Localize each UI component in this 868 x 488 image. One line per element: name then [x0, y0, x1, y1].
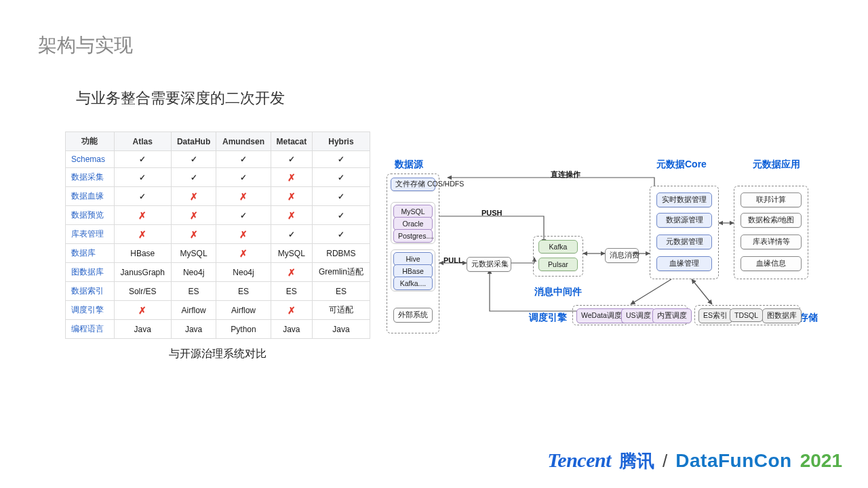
- value-cell: Gremlin适配: [312, 263, 370, 282]
- anno-pull: PULL: [443, 256, 463, 264]
- value-cell: ✓: [172, 168, 216, 187]
- check-icon: ✓: [288, 155, 295, 164]
- feature-cell: 图数据库: [66, 263, 115, 282]
- node-es: ES索引: [698, 308, 732, 323]
- node-search: 数据检索/地图: [741, 213, 802, 228]
- value-cell: ✗: [172, 206, 216, 225]
- col-header: 功能: [66, 132, 115, 151]
- check-icon: ✓: [338, 155, 344, 164]
- value-cell: ES: [172, 282, 216, 301]
- feature-cell: 数据索引: [66, 282, 115, 301]
- table-row: 库表管理✗✗✗✓✓: [66, 225, 370, 244]
- check-icon: ✓: [139, 155, 146, 164]
- value-cell: ✗: [271, 187, 312, 206]
- check-icon: ✓: [338, 173, 344, 182]
- node-pulsar: Pulsar: [538, 258, 578, 271]
- feature-cell: 库表管理: [66, 225, 115, 244]
- node-oracle: Oracle: [393, 217, 433, 230]
- feature-cell: 数据采集: [66, 168, 115, 187]
- architecture-diagram-panel: 数据源 元数据Core 元数据应用 消息中间件 调度引擎 数据存储 直连操作 P…: [387, 131, 834, 361]
- table-row: 编程语言JavaJavaPythonJavaJava: [66, 320, 370, 339]
- table-row: 数据采集✓✓✓✗✓: [66, 168, 370, 187]
- value-cell: ES: [216, 282, 271, 301]
- table-caption: 与开源治理系统对比: [65, 347, 370, 361]
- value-cell: ✗: [172, 187, 216, 206]
- content: 功能AtlasDataHubAmundsenMetacatHybris Sche…: [65, 131, 841, 361]
- value-cell: ✓: [312, 225, 370, 244]
- footer: Tencent 腾讯 / DataFunCon 2021: [547, 449, 842, 473]
- node-external: 外部系统: [393, 308, 433, 323]
- value-cell: MySQL: [271, 244, 312, 263]
- value-cell: Java: [172, 320, 216, 339]
- col-header: Atlas: [114, 132, 171, 151]
- value-cell: HBase: [114, 244, 171, 263]
- value-cell: Neo4j: [172, 263, 216, 282]
- logo-tencent-cn: 腾讯: [619, 449, 654, 473]
- value-cell: ✗: [216, 244, 271, 263]
- value-cell: ✓: [271, 225, 312, 244]
- value-cell: ✓: [216, 151, 271, 168]
- value-cell: Java: [271, 320, 312, 339]
- value-cell: ✗: [271, 263, 312, 282]
- node-meta-mgr: 元数据管理: [656, 235, 712, 249]
- node-consume: 消息消费: [605, 248, 639, 263]
- table-row: 数据血缘✓✗✗✗✓: [66, 187, 370, 206]
- cross-icon: ✗: [239, 248, 248, 259]
- feature-cell: 数据库: [66, 244, 115, 263]
- value-cell: ✗: [271, 206, 312, 225]
- node-lineage-info: 血缘信息: [741, 256, 802, 271]
- section-label-app: 元数据应用: [753, 159, 800, 171]
- check-icon: ✓: [338, 230, 344, 239]
- node-ds-mgr: 数据源管理: [656, 213, 712, 228]
- cross-icon: ✗: [138, 305, 146, 316]
- value-cell: 可适配: [312, 301, 370, 320]
- check-icon: ✓: [191, 173, 197, 182]
- footer-year: 2021: [800, 450, 842, 472]
- value-cell: ✓: [216, 206, 271, 225]
- value-cell: ✓: [312, 151, 370, 168]
- node-tdsql: TDSQL: [730, 308, 763, 322]
- page-title: 架构与实现: [38, 33, 133, 58]
- check-icon: ✓: [338, 192, 344, 201]
- col-header: Metacat: [271, 132, 312, 151]
- node-file-store: 文件存储 COS/HDFS: [391, 178, 435, 191]
- feature-cell: 调度引擎: [66, 301, 115, 320]
- value-cell: MySQL: [172, 244, 216, 263]
- value-cell: JanusGraph: [114, 263, 171, 282]
- value-cell: ES: [312, 282, 370, 301]
- node-graphdb: 图数据库: [762, 308, 802, 323]
- feature-cell: 数据预览: [66, 206, 115, 225]
- value-cell: ✗: [271, 168, 312, 187]
- value-cell: ✓: [312, 187, 370, 206]
- feature-cell: Schemas: [66, 151, 115, 168]
- section-label-core: 元数据Core: [656, 159, 707, 171]
- cross-icon: ✗: [138, 210, 146, 221]
- comparison-table: 功能AtlasDataHubAmundsenMetacatHybris Sche…: [65, 131, 370, 339]
- col-header: DataHub: [172, 132, 216, 151]
- value-cell: ✗: [216, 187, 271, 206]
- section-label-sched: 调度引擎: [529, 312, 567, 324]
- value-cell: Python: [216, 320, 271, 339]
- value-cell: ✓: [114, 187, 171, 206]
- node-hive: Hive: [393, 252, 433, 266]
- node-collector: 元数据采集: [467, 257, 511, 272]
- node-rt-mgr: 实时数据管理: [656, 192, 712, 207]
- subtitle: 与业务整合需要深度的二次开发: [76, 88, 285, 108]
- value-cell: Solr/ES: [114, 282, 171, 301]
- table-row: 图数据库JanusGraphNeo4jNeo4j✗Gremlin适配: [66, 263, 370, 282]
- value-cell: ✓: [312, 168, 370, 187]
- cross-icon: ✗: [288, 191, 296, 202]
- feature-cell: 数据血缘: [66, 187, 115, 206]
- check-icon: ✓: [139, 173, 146, 182]
- cross-icon: ✗: [138, 229, 146, 240]
- value-cell: ✗: [216, 225, 271, 244]
- check-icon: ✓: [240, 173, 247, 182]
- value-cell: ✗: [114, 225, 171, 244]
- value-cell: ✓: [172, 151, 216, 168]
- check-icon: ✓: [288, 230, 295, 239]
- value-cell: ✓: [271, 151, 312, 168]
- cross-icon: ✗: [288, 267, 296, 278]
- value-cell: ES: [271, 282, 312, 301]
- value-cell: ✓: [312, 206, 370, 225]
- value-cell: ✓: [216, 168, 271, 187]
